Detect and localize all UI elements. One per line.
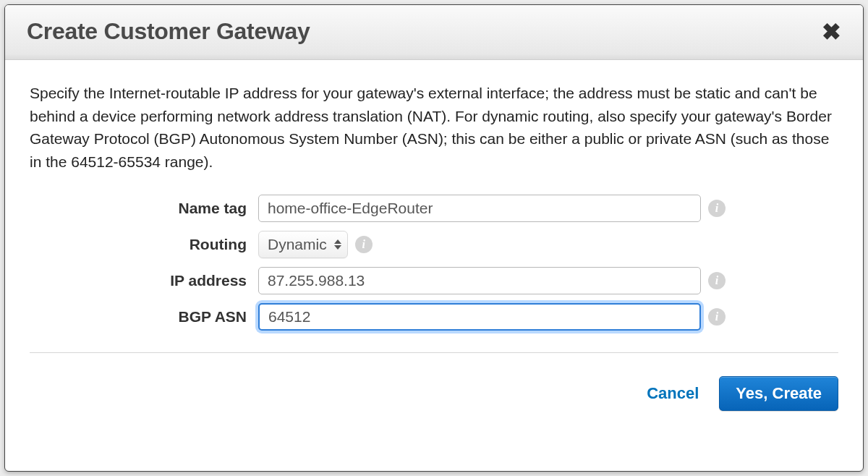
close-icon[interactable]: ✖	[822, 20, 841, 43]
field-row-ip-address: IP address i	[30, 267, 838, 294]
info-icon[interactable]: i	[708, 272, 726, 289]
name-tag-input[interactable]	[258, 195, 701, 222]
label-routing: Routing	[30, 236, 258, 253]
label-name-tag: Name tag	[30, 200, 258, 217]
divider	[30, 352, 838, 353]
select-arrows-icon	[334, 239, 341, 250]
dialog-body: Specify the Internet-routable IP address…	[5, 60, 863, 376]
dialog-title: Create Customer Gateway	[27, 18, 310, 45]
yes-create-button[interactable]: Yes, Create	[719, 376, 838, 411]
field-row-bgp-asn: BGP ASN i	[30, 303, 838, 331]
info-icon[interactable]: i	[355, 236, 373, 253]
routing-select[interactable]: Dynamic	[258, 231, 348, 258]
field-row-routing: Routing Dynamic i	[30, 231, 838, 258]
label-ip-address: IP address	[30, 272, 258, 289]
routing-select-value: Dynamic	[268, 236, 327, 253]
dialog-footer: Cancel Yes, Create	[5, 376, 863, 431]
dialog-header: Create Customer Gateway ✖	[5, 5, 863, 60]
info-icon[interactable]: i	[708, 308, 726, 326]
field-row-name-tag: Name tag i	[30, 195, 838, 222]
bgp-asn-input[interactable]	[258, 303, 701, 331]
cancel-button[interactable]: Cancel	[647, 384, 699, 403]
label-bgp-asn: BGP ASN	[30, 308, 258, 326]
create-customer-gateway-dialog: Create Customer Gateway ✖ Specify the In…	[4, 4, 864, 472]
dialog-description: Specify the Internet-routable IP address…	[30, 82, 838, 173]
info-icon[interactable]: i	[708, 200, 726, 217]
ip-address-input[interactable]	[258, 267, 701, 294]
